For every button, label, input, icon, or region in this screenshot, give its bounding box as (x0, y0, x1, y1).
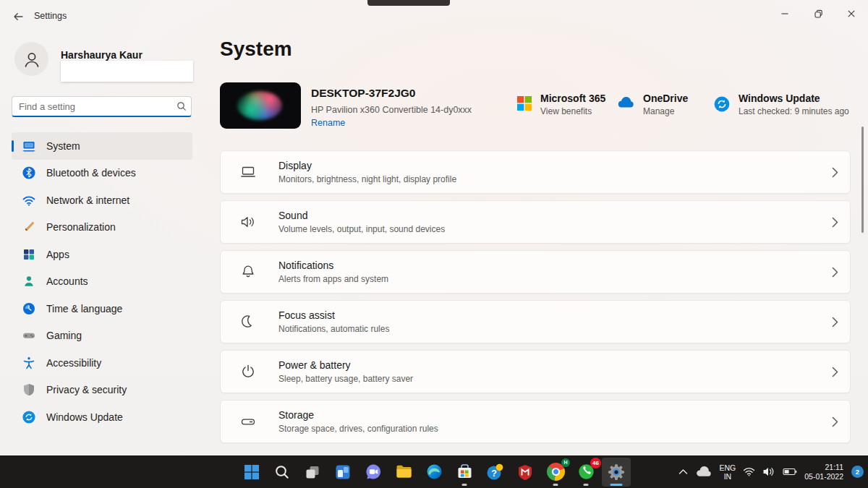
running-indicator (462, 484, 467, 486)
bluetooth-icon (22, 166, 36, 180)
settings-card-power-battery[interactable]: Power & battery Sleep, battery usage, ba… (220, 350, 851, 393)
microsoft-store-icon (456, 463, 474, 481)
quick-info-onedrive: OneDrive Manage (616, 93, 688, 116)
widgets-button[interactable] (328, 458, 357, 487)
video-overlay-bar (367, 0, 450, 6)
onedrive-icon (616, 95, 635, 116)
tray-volume[interactable] (759, 458, 779, 487)
storage-icon (239, 413, 257, 430)
chevron-right-icon (832, 267, 838, 278)
card-subtitle: Sleep, battery usage, battery saver (278, 374, 413, 384)
sidebar-item-gaming[interactable]: Gaming (12, 322, 192, 350)
battery-icon (783, 468, 797, 476)
tray-chevron-up[interactable] (675, 458, 692, 487)
network-icon (22, 193, 36, 207)
active-indicator (12, 140, 14, 152)
close-icon (847, 9, 856, 18)
file-explorer-icon (395, 463, 413, 481)
device-name: DESKTOP-37F2JG0 (311, 87, 415, 100)
search-box (12, 96, 192, 117)
running-indicator (553, 484, 558, 486)
scrollbar-thumb[interactable] (861, 127, 864, 233)
tray-clock[interactable]: 21:11 05-01-2022 (801, 458, 847, 487)
rename-link[interactable]: Rename (311, 118, 345, 128)
quick-info-microsoft-365: Microsoft 365 View benefits (516, 93, 605, 116)
mcafee-icon (516, 463, 534, 481)
sidebar-item-system[interactable]: System (12, 132, 192, 160)
sidebar-item-time-language[interactable]: Time & language (12, 295, 192, 322)
time-language-icon (22, 301, 36, 316)
back-button[interactable] (9, 9, 27, 25)
file-explorer-button[interactable] (389, 458, 418, 487)
accounts-icon (22, 274, 36, 288)
restore-icon (814, 9, 823, 19)
chevron-right-icon (832, 317, 838, 328)
manage-link[interactable]: Manage (643, 106, 688, 116)
whatsapp-button[interactable]: 46 (571, 458, 600, 487)
sidebar-item-label: Accessibility (46, 357, 101, 369)
sidebar-item-apps[interactable]: Apps (12, 241, 192, 268)
settings-app-button[interactable] (602, 458, 631, 487)
close-button[interactable] (835, 0, 868, 27)
task-view-button[interactable] (298, 458, 327, 487)
sidebar-item-bluetooth-devices[interactable]: Bluetooth & devices (12, 160, 192, 187)
tray-wifi[interactable] (739, 458, 759, 487)
sidebar-item-label: System (46, 140, 80, 152)
chat-button[interactable] (359, 458, 388, 487)
sound-icon (239, 213, 257, 231)
settings-card-display[interactable]: Display Monitors, brightness, night ligh… (220, 150, 851, 194)
search-input[interactable] (12, 97, 172, 116)
view-benefits-link[interactable]: View benefits (540, 106, 605, 116)
card-title: Power & battery (278, 359, 413, 371)
tray-time: 21:11 (804, 463, 843, 472)
whatsapp-badge: 46 (590, 458, 601, 468)
minimize-button[interactable] (768, 0, 801, 27)
restore-button[interactable] (801, 0, 835, 27)
settings-card-sound[interactable]: Sound Volume levels, output, input, soun… (220, 200, 851, 244)
minimize-icon (780, 9, 789, 18)
settings-card-focus-assist[interactable]: Focus assist Notifications, automatic ru… (220, 300, 851, 343)
widgets-icon (334, 463, 352, 481)
user-name: Harshaurya Kaur (61, 49, 142, 61)
sidebar-item-label: Time & language (46, 303, 122, 314)
taskbar-search-button[interactable] (268, 458, 297, 487)
tray-battery[interactable] (779, 458, 801, 487)
avatar[interactable] (14, 42, 48, 76)
sidebar-item-personalization[interactable]: Personalization (12, 214, 192, 241)
tray-onedrive[interactable] (692, 458, 716, 487)
card-title: Display (278, 160, 456, 171)
microsoft-store-button[interactable] (450, 458, 479, 487)
accessibility-icon (22, 356, 36, 370)
chrome-profile-badge: H (561, 458, 570, 467)
sidebar-item-label: Accounts (46, 275, 88, 287)
settings-card-notifications[interactable]: Notifications Alerts from apps and syste… (220, 250, 851, 294)
quick-info-title: OneDrive (643, 93, 688, 104)
last-checked-text: Last checked: 9 minutes ago (739, 106, 849, 116)
mcafee-button[interactable] (511, 458, 540, 487)
sidebar-item-network-internet[interactable]: Network & internet (12, 187, 192, 214)
sidebar-item-label: Gaming (46, 330, 82, 341)
sidebar-item-privacy-security[interactable]: Privacy & security (12, 377, 192, 404)
chrome-button[interactable]: H (541, 458, 570, 487)
system-tray: ENG IN (675, 455, 864, 488)
quick-info-title: Microsoft 365 (540, 93, 605, 104)
running-indicator (584, 484, 589, 486)
sidebar-item-windows-update[interactable]: Windows Update (12, 403, 192, 431)
start-button[interactable] (237, 458, 266, 487)
chevron-right-icon (832, 416, 838, 427)
tray-language[interactable]: ENG IN (716, 458, 740, 487)
card-subtitle: Volume levels, output, input, sound devi… (278, 224, 445, 234)
sidebar-item-accounts[interactable]: Accounts (12, 268, 192, 296)
notifications-icon (239, 263, 257, 281)
settings-card-storage[interactable]: Storage Storage space, drives, configura… (220, 400, 851, 443)
edge-button[interactable] (420, 458, 448, 487)
task-view-icon (304, 463, 321, 481)
gaming-icon (22, 328, 36, 343)
user-icon (22, 49, 42, 69)
quick-info-title: Windows Update (739, 93, 849, 104)
system-icon (22, 139, 36, 153)
notification-count-badge[interactable]: 2 (851, 466, 864, 478)
help-app-button[interactable]: ? (480, 458, 509, 487)
card-subtitle: Notifications, automatic rules (278, 324, 389, 334)
sidebar-item-accessibility[interactable]: Accessibility (12, 349, 192, 377)
